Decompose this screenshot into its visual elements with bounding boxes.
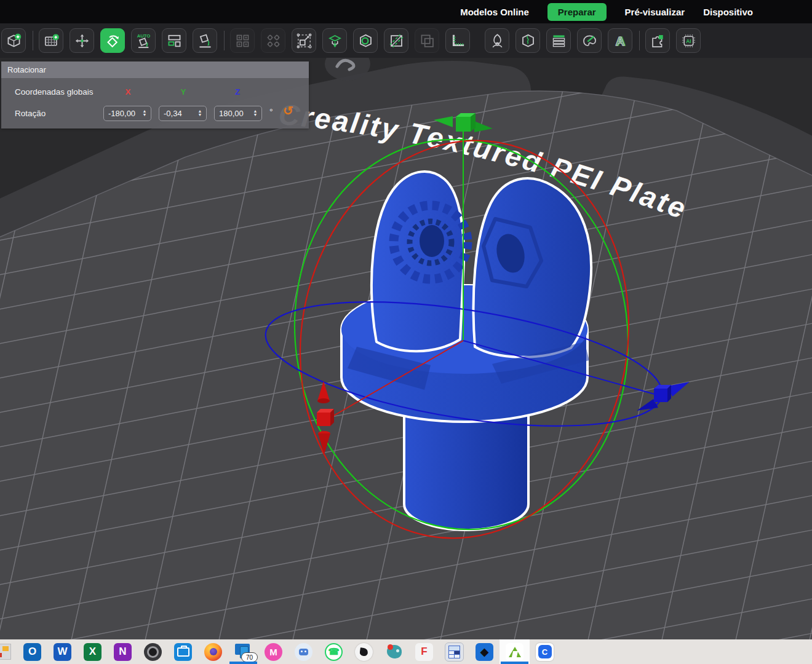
- scale-tool-button[interactable]: [292, 28, 316, 53]
- svg-text:AI: AI: [686, 38, 691, 44]
- rotate-panel: Rotacionar Coordenadas globais X Y Z Rot…: [1, 61, 309, 128]
- rotation-x-steppers[interactable]: ▲▼: [140, 109, 151, 117]
- rotation-x-input[interactable]: [104, 108, 140, 119]
- taskbar-calculator-app-icon[interactable]: [439, 639, 469, 664]
- degree-unit-label: °: [269, 107, 273, 117]
- taskbar-excel-app-icon[interactable]: X: [78, 639, 108, 664]
- taskbar-camera-app-icon[interactable]: [138, 639, 168, 664]
- move-tool-button[interactable]: [70, 28, 94, 53]
- merge-tool-button[interactable]: [415, 28, 439, 53]
- top-menu-bar: Modelos Online Preparar Pré-visualizar D…: [0, 0, 812, 23]
- drill-hole-tool-button[interactable]: [353, 28, 378, 53]
- taskbar-creality-cloud-app-icon[interactable]: C: [530, 639, 560, 664]
- rotation-z-spinbox[interactable]: ▲▼: [214, 106, 262, 121]
- rotation-z-steppers[interactable]: ▲▼: [250, 109, 261, 117]
- toolbar-separator: [639, 31, 640, 50]
- rotate-panel-title[interactable]: Rotacionar: [1, 61, 309, 78]
- model-lug-right: [474, 178, 592, 357]
- rotation-label: Rotação: [15, 109, 46, 118]
- taskbar-word-app-icon[interactable]: W: [47, 639, 78, 664]
- auto-orient-tool-button[interactable]: AUTO: [131, 28, 156, 53]
- rotation-y-spinbox[interactable]: ▲▼: [159, 106, 207, 121]
- plugin-tool-button[interactable]: [645, 28, 670, 53]
- batch-process-tool-button[interactable]: [261, 28, 285, 53]
- main-toolbar: AUTOAAAI: [0, 23, 812, 58]
- arrange-tool-button[interactable]: [162, 28, 186, 53]
- taskbar-outlook-app-icon[interactable]: O: [17, 639, 47, 664]
- split-tool-button[interactable]: [384, 28, 408, 53]
- menu-pre-visualizar[interactable]: Pré-visualizar: [625, 7, 685, 17]
- taskbar-inkscape-app-icon[interactable]: ◆: [469, 639, 500, 664]
- svg-text:AUTO: AUTO: [137, 33, 150, 38]
- seam-tool-button[interactable]: [515, 28, 540, 53]
- reset-rotation-button[interactable]: ↺: [283, 103, 293, 118]
- menu-preparar[interactable]: Preparar: [547, 3, 607, 21]
- build-scene: Creality Textured PEI Plate: [0, 58, 812, 639]
- rotate-tool-button[interactable]: [100, 28, 125, 53]
- windows-taskbar: OWXN70M☎F◆C: [0, 639, 812, 664]
- rotation-z-input[interactable]: [215, 108, 250, 119]
- taskbar-toolbox-app-icon[interactable]: [168, 639, 198, 664]
- text-tool-button[interactable]: AA: [608, 28, 632, 53]
- add-plate-button[interactable]: [39, 28, 63, 53]
- axis-x-label: X: [122, 87, 134, 97]
- global-coordinates-label: Coordenadas globais: [15, 87, 94, 97]
- active-app-indicator: [229, 662, 257, 664]
- clone-tool-button[interactable]: [230, 28, 255, 53]
- lay-flat-tool-button[interactable]: [193, 28, 217, 53]
- taskbar-bird-app-icon[interactable]: [349, 639, 379, 664]
- add-model-button[interactable]: [1, 28, 26, 53]
- menu-dispositivo[interactable]: Dispositivo: [703, 7, 753, 17]
- taskbar-filesync-app-icon[interactable]: F: [409, 639, 439, 664]
- active-app-indicator: [501, 662, 528, 664]
- svg-text:A: A: [615, 33, 624, 47]
- taskbar-creality-print-app-icon[interactable]: [500, 639, 530, 664]
- layers-tool-button[interactable]: [546, 28, 571, 53]
- taskbar-musescore-app-icon[interactable]: M: [258, 639, 289, 664]
- taskbar-robot-app-icon[interactable]: [289, 639, 319, 664]
- taskbar-whatsapp-app-icon[interactable]: ☎: [319, 639, 349, 664]
- toolbar-separator: [33, 31, 33, 50]
- rotation-x-spinbox[interactable]: ▲▼: [103, 106, 151, 121]
- axis-z-label: Z: [231, 87, 244, 97]
- place-on-face-tool-button[interactable]: [322, 28, 347, 53]
- support-tool-button[interactable]: [485, 28, 509, 53]
- menu-modelos-online[interactable]: Modelos Online: [460, 7, 529, 17]
- axis-y-label: Y: [177, 87, 189, 97]
- notification-badge: 70: [241, 652, 258, 662]
- rotation-y-steppers[interactable]: ▲▼: [195, 109, 206, 117]
- paint-tool-button[interactable]: [577, 28, 602, 53]
- toolbar-separator: [224, 31, 225, 50]
- viewport-3d[interactable]: Creality Textured PEI Plate: [0, 58, 812, 639]
- taskbar-onenote-app-icon[interactable]: N: [108, 639, 138, 664]
- taskbar-firefox-app-icon[interactable]: [198, 639, 228, 664]
- creality-print-window: Modelos Online Preparar Pré-visualizar D…: [0, 0, 812, 664]
- measure-tool-button[interactable]: [445, 28, 470, 53]
- taskbar-photos-app-icon[interactable]: [0, 639, 17, 664]
- ai-detect-tool-button[interactable]: AI: [676, 28, 701, 53]
- taskbar-chameleon-app-icon[interactable]: [379, 639, 409, 664]
- rotation-y-input[interactable]: [159, 108, 195, 119]
- taskbar-device-manager-app-icon[interactable]: 70: [228, 639, 258, 664]
